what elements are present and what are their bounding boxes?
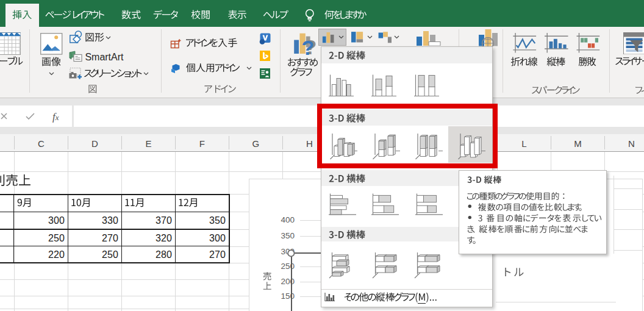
svg-text:?: ? [302, 36, 315, 57]
